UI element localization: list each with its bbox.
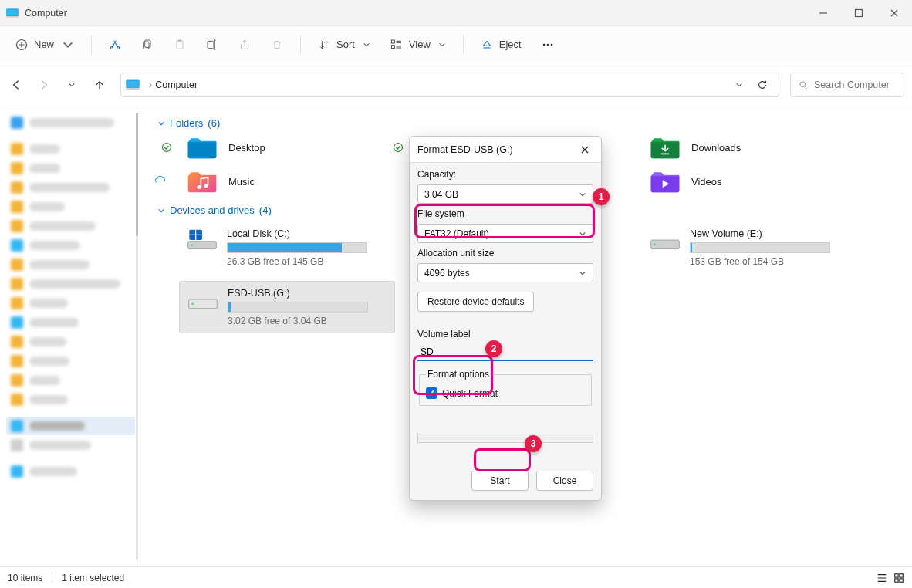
- format-dialog: Format ESD-USB (G:) Capacity: 3.04 GB Fi…: [409, 136, 602, 501]
- capacity-select[interactable]: 3.04 GB: [417, 184, 593, 204]
- search-input[interactable]: [812, 79, 896, 91]
- navigation-sidebar[interactable]: [0, 106, 140, 566]
- maximize-button[interactable]: [841, 0, 877, 26]
- chevron-down-icon: [579, 230, 586, 238]
- refresh-button[interactable]: [751, 73, 774, 96]
- scissors-icon: [109, 39, 121, 51]
- svg-rect-31: [900, 573, 903, 576]
- sidebar-item[interactable]: [6, 462, 135, 481]
- share-icon: [238, 39, 251, 51]
- status-bar: 10 items 1 item selected: [0, 566, 912, 588]
- sync-check-icon: [160, 141, 173, 154]
- rename-button[interactable]: [201, 32, 223, 57]
- svg-point-29: [191, 303, 194, 306]
- dialog-title-bar[interactable]: Format ESD-USB (G:): [410, 137, 601, 163]
- close-button[interactable]: [877, 0, 912, 26]
- filesystem-value: FAT32 (Default): [424, 228, 489, 239]
- folder-item-music[interactable]: Music: [179, 169, 395, 194]
- quick-format-label: Quick Format: [442, 388, 498, 399]
- chevron-right-icon: ›: [149, 79, 152, 90]
- address-dropdown-button[interactable]: [728, 73, 751, 96]
- close-dialog-button[interactable]: Close: [536, 471, 593, 491]
- device-item-esd-usb-g[interactable]: ESD-USB (G:) 3.02 GB free of 3.04 GB: [179, 281, 395, 333]
- folder-item-desktop[interactable]: Desktop: [179, 135, 395, 160]
- svg-rect-9: [178, 39, 181, 42]
- sidebar-item[interactable]: [6, 178, 135, 197]
- devices-count: (4): [259, 204, 272, 216]
- capacity-label: Capacity:: [417, 169, 593, 180]
- address-bar[interactable]: › Computer: [120, 73, 779, 97]
- storage-bar: [690, 242, 830, 253]
- chevron-down-icon: [157, 120, 165, 127]
- folder-label: Downloads: [691, 142, 741, 154]
- volume-label-input-wrapper: [417, 344, 593, 361]
- sidebar-scrollbar-thumb[interactable]: [136, 113, 138, 236]
- paste-button[interactable]: [169, 32, 191, 57]
- back-button[interactable]: [5, 73, 28, 96]
- sidebar-scrollbar[interactable]: [136, 113, 138, 560]
- minimize-button[interactable]: [806, 0, 841, 26]
- alloc-select[interactable]: 4096 bytes: [417, 263, 593, 282]
- more-button[interactable]: [537, 32, 559, 57]
- sidebar-item[interactable]: [6, 275, 135, 293]
- sidebar-item[interactable]: [6, 390, 135, 409]
- sidebar-item[interactable]: [6, 159, 135, 177]
- svg-point-24: [191, 244, 193, 246]
- recent-locations-button[interactable]: [60, 73, 83, 96]
- downloads-folder-icon: [650, 135, 681, 160]
- sidebar-item[interactable]: [6, 198, 135, 216]
- address-row: › Computer: [0, 63, 912, 106]
- volume-label-input[interactable]: [419, 346, 592, 358]
- status-selected-count: 1 item selected: [62, 573, 124, 583]
- chevron-down-icon: [363, 41, 370, 49]
- quick-format-checkbox[interactable]: ✓ Quick Format: [426, 387, 498, 399]
- sidebar-item[interactable]: [6, 217, 135, 235]
- tiles-view-icon[interactable]: [893, 573, 904, 583]
- sidebar-item[interactable]: [6, 371, 135, 390]
- sidebar-item[interactable]: [6, 436, 135, 455]
- dialog-close-button[interactable]: [576, 141, 593, 158]
- view-button[interactable]: View: [386, 32, 451, 57]
- forward-button[interactable]: [32, 73, 56, 96]
- device-item-local-disk-c[interactable]: Local Disk (C:) 26.3 GB free of 145 GB: [179, 222, 395, 273]
- device-item-new-volume-e[interactable]: New Volume (E:) 153 GB free of 154 GB: [642, 222, 858, 273]
- window-title: Computer: [25, 8, 67, 19]
- sidebar-item[interactable]: [6, 333, 135, 351]
- eject-icon: [481, 39, 493, 51]
- breadcrumb-root[interactable]: Computer: [155, 79, 198, 90]
- sidebar-item[interactable]: [6, 313, 135, 332]
- sidebar-item[interactable]: [6, 236, 135, 255]
- rename-icon: [206, 39, 218, 51]
- new-button[interactable]: New: [11, 32, 79, 57]
- filesystem-label: File system: [417, 208, 593, 219]
- folders-header[interactable]: Folders (6): [157, 117, 898, 129]
- share-button[interactable]: [234, 32, 255, 57]
- sidebar-item[interactable]: [6, 352, 135, 370]
- sidebar-item[interactable]: [6, 113, 135, 132]
- search-box[interactable]: [790, 73, 904, 97]
- sidebar-item[interactable]: [6, 294, 135, 313]
- details-view-icon[interactable]: [877, 573, 887, 583]
- restore-defaults-button[interactable]: Restore device defaults: [417, 292, 534, 312]
- eject-button[interactable]: Eject: [476, 32, 526, 57]
- os-drive-icon: [187, 228, 218, 252]
- folder-item-downloads[interactable]: Downloads: [642, 135, 858, 160]
- cut-button[interactable]: [104, 32, 126, 57]
- sidebar-item[interactable]: [6, 255, 135, 274]
- sort-button[interactable]: Sort: [313, 32, 375, 57]
- up-button[interactable]: [88, 73, 111, 96]
- copy-button[interactable]: [137, 32, 158, 57]
- delete-button[interactable]: [266, 32, 288, 57]
- music-folder-icon: [187, 169, 218, 194]
- sidebar-item[interactable]: [6, 140, 135, 158]
- svg-rect-6: [145, 40, 150, 47]
- sidebar-item-computer[interactable]: [6, 417, 135, 435]
- format-options-group: Format options ✓ Quick Format: [419, 369, 592, 406]
- device-subtitle: 153 GB free of 154 GB: [690, 256, 830, 267]
- view-label: View: [409, 39, 431, 50]
- filesystem-select[interactable]: FAT32 (Default): [417, 224, 593, 243]
- start-button[interactable]: Start: [471, 471, 529, 491]
- usb-drive-icon: [187, 288, 218, 311]
- folder-item-videos[interactable]: Videos: [642, 169, 858, 194]
- checkbox-checked-icon: ✓: [426, 387, 437, 399]
